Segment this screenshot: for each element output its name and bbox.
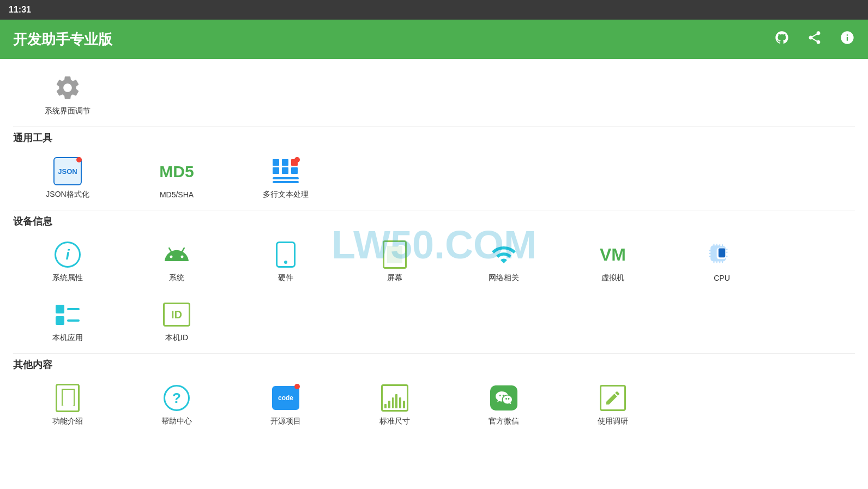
settings-label: 系统界面调节 — [45, 106, 91, 116]
multiline-icon-wrapper — [270, 156, 301, 186]
section-grid-2: 功能介绍?帮助中心code开源项目标准尺寸官方微信使用调研 — [13, 375, 855, 434]
id-icon: ID — [163, 303, 190, 327]
grid-item-screen[interactable]: 屏幕 — [340, 231, 449, 291]
badge-dot — [294, 157, 300, 162]
grid-item-hardware[interactable]: 硬件 — [231, 231, 340, 291]
wifi-icon — [490, 240, 518, 269]
md5-icon: MD5 — [159, 162, 194, 181]
svg-rect-0 — [719, 249, 726, 258]
phone-icon — [276, 242, 296, 268]
item-label-opensource: 开源项目 — [270, 416, 301, 426]
share-icon[interactable] — [807, 30, 822, 49]
item-label-apps: 本机应用 — [52, 333, 83, 343]
md5-icon-wrapper: MD5 — [161, 156, 192, 187]
item-label-ruler: 标准尺寸 — [379, 416, 410, 426]
status-time: 11:31 — [9, 5, 31, 15]
wifi-icon-wrapper — [489, 239, 519, 270]
badge-dot — [76, 157, 82, 162]
multiline-icon — [273, 159, 299, 183]
item-label-hardware: 硬件 — [278, 273, 293, 283]
info-icon[interactable] — [840, 30, 855, 49]
section-divider-1 — [13, 353, 855, 354]
status-bar: 11:31 — [0, 0, 868, 20]
code-icon: code — [272, 386, 299, 410]
bookmark-icon — [56, 384, 80, 412]
main-content: LW50.COM 系统界面调节 通用工具JSONJSON格式化MD5MD5/SH… — [0, 59, 868, 489]
bookmark-icon-wrapper — [52, 383, 83, 413]
grid-item-help[interactable]: ?帮助中心 — [122, 375, 231, 434]
ruler-icon-wrapper — [379, 383, 410, 413]
section-header-1: 设备信息 — [13, 215, 855, 228]
top-section: 系统界面调节 — [13, 64, 855, 124]
screen-icon-wrapper — [379, 239, 410, 270]
grid-item-settings[interactable]: 系统界面调节 — [13, 64, 122, 124]
apps-icon — [56, 305, 80, 325]
grid-item-multiline[interactable]: 多行文本处理 — [231, 148, 340, 208]
section-header-0: 通用工具 — [13, 131, 855, 144]
app-bar: 开发助手专业版 — [0, 20, 868, 59]
grid-item-network[interactable]: 网络相关 — [449, 231, 558, 291]
sections-container: 通用工具JSONJSON格式化MD5MD5/SHA多行文本处理设备信息i系统属性… — [13, 131, 855, 434]
section-grid-1: i系统属性系统硬件屏幕网络相关VM虚拟机CPU本机应用ID本机ID — [13, 231, 855, 351]
item-label-json: JSON格式化 — [46, 190, 89, 200]
wechat-icon-wrapper — [489, 383, 519, 413]
grid-item-json[interactable]: JSONJSON格式化 — [13, 148, 122, 208]
code-icon-wrapper: code — [270, 383, 301, 413]
item-label-md5: MD5/SHA — [160, 190, 194, 199]
grid-item-deviceid[interactable]: ID本机ID — [122, 291, 231, 351]
grid-item-apps[interactable]: 本机应用 — [13, 291, 122, 351]
grid-item-sysinfo[interactable]: i系统属性 — [13, 231, 122, 291]
info-circle-icon: i — [55, 242, 81, 268]
item-label-multiline: 多行文本处理 — [263, 190, 309, 200]
item-label-cpu: CPU — [714, 274, 730, 282]
item-label-network: 网络相关 — [489, 273, 519, 283]
wechat-icon — [490, 385, 517, 410]
grid-item-wechat[interactable]: 官方微信 — [449, 375, 558, 434]
item-label-sysinfo: 系统属性 — [52, 273, 83, 283]
item-label-intro: 功能介绍 — [52, 416, 83, 426]
ruler-icon — [381, 384, 408, 412]
cpu-icon — [708, 242, 736, 269]
grid-item-cpu[interactable]: CPU — [667, 231, 776, 291]
divider-top — [13, 126, 855, 127]
vm-icon: VM — [600, 245, 626, 265]
section-grid-0: JSONJSON格式化MD5MD5/SHA多行文本处理 — [13, 148, 855, 208]
edit-icon — [600, 385, 626, 411]
badge-dot — [294, 384, 300, 389]
screen-icon — [383, 240, 407, 269]
item-label-system: 系统 — [169, 273, 184, 283]
info-circle-icon-wrapper: i — [52, 239, 83, 270]
grid-item-vm[interactable]: VM虚拟机 — [558, 231, 667, 291]
section-divider-0 — [13, 210, 855, 210]
apps-icon-wrapper — [52, 299, 83, 330]
grid-item-survey[interactable]: 使用调研 — [558, 375, 667, 434]
grid-item-md5[interactable]: MD5MD5/SHA — [122, 148, 231, 208]
grid-item-intro[interactable]: 功能介绍 — [13, 375, 122, 434]
grid-item-ruler[interactable]: 标准尺寸 — [340, 375, 449, 434]
android-icon — [164, 242, 190, 268]
app-title: 开发助手专业版 — [13, 30, 774, 49]
cpu-icon-wrapper — [707, 240, 737, 270]
phone-icon-wrapper — [270, 239, 301, 270]
id-icon-wrapper: ID — [161, 299, 192, 330]
grid-item-opensource[interactable]: code开源项目 — [231, 375, 340, 434]
json-icon-wrapper: JSON — [52, 156, 83, 186]
settings-icon — [53, 74, 82, 102]
edit-icon-wrapper — [598, 383, 628, 413]
vm-icon-wrapper: VM — [598, 239, 628, 270]
item-label-survey: 使用调研 — [598, 416, 628, 426]
grid-item-system[interactable]: 系统 — [122, 231, 231, 291]
help-icon-wrapper: ? — [161, 383, 192, 413]
item-label-vm: 虚拟机 — [601, 273, 624, 283]
item-label-wechat: 官方微信 — [489, 416, 519, 426]
item-label-help: 帮助中心 — [161, 416, 192, 426]
android-icon-wrapper — [161, 239, 192, 270]
section-header-2: 其他内容 — [13, 358, 855, 371]
help-icon: ? — [164, 385, 190, 411]
item-label-deviceid: 本机ID — [165, 333, 188, 343]
item-label-screen: 屏幕 — [387, 273, 402, 283]
app-bar-icons — [774, 30, 855, 49]
settings-icon-wrapper — [52, 73, 83, 103]
github-icon[interactable] — [774, 30, 789, 49]
